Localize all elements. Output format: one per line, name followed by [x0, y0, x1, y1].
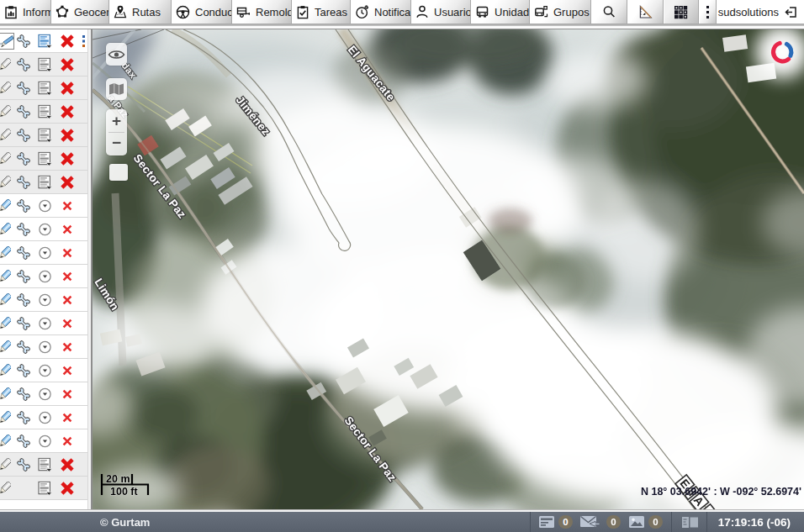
svg-text:100 ft: 100 ft — [110, 486, 138, 498]
svg-text:20 m: 20 m — [106, 473, 130, 485]
